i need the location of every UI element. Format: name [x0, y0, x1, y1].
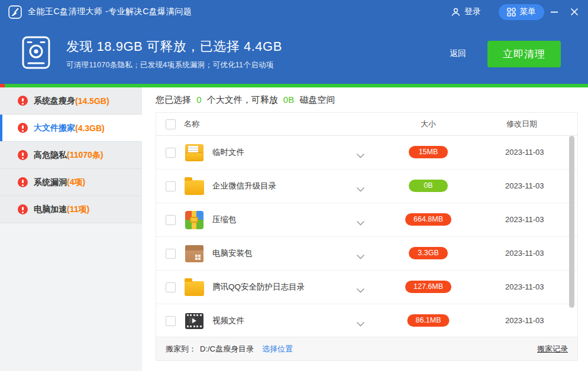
- column-header-size: 大小: [405, 113, 452, 135]
- folder-icon: [183, 277, 205, 297]
- row-name: 视频文件: [212, 304, 244, 337]
- size-badge: 0B: [409, 180, 448, 192]
- package-icon: [183, 243, 205, 263]
- table-row: 视频文件 86.1MB 2023-11-03: [156, 304, 577, 338]
- table-row: 腾讯QQ安全防护日志目录 127.6MB 2023-11-03: [156, 271, 577, 304]
- row-date: 2023-11-03: [505, 203, 544, 236]
- login-label: 登录: [464, 6, 481, 17]
- sidebar: 系统盘瘦身 (14.5GB) 大文件搬家 (4.3GB) 高危隐私 (11070…: [0, 87, 142, 371]
- sidebar-item-system-slim[interactable]: 系统盘瘦身 (14.5GB): [0, 87, 142, 115]
- selection-summary: 您已选择 0 个大文件，可释放 0B 磁盘空间: [156, 95, 335, 106]
- disk-icon: [21, 36, 51, 71]
- select-all-checkbox[interactable]: [166, 119, 176, 129]
- summary-prefix: 您已选择: [156, 95, 191, 105]
- move-to-label: 搬家到：: [166, 344, 196, 354]
- archive-icon: [183, 210, 205, 230]
- table-header-row: 名称 大小 修改日期: [156, 113, 577, 136]
- scan-result-text: 发现 18.9GB 可释放，已选择 4.4GB 可清理11070条隐私；已发现4…: [66, 38, 282, 70]
- temp-files-icon: [183, 142, 205, 162]
- scan-result-header: 发现 18.9GB 可释放，已选择 4.4GB 可清理11070条隐私；已发现4…: [0, 24, 588, 84]
- sidebar-item-vulnerability[interactable]: 系统漏洞 (4项): [0, 169, 142, 196]
- row-date: 2023-11-03: [505, 304, 544, 337]
- chevron-down-icon[interactable]: [356, 217, 365, 228]
- chevron-down-icon[interactable]: [356, 285, 365, 295]
- row-checkbox[interactable]: [166, 181, 176, 191]
- table-row: 电脑安装包 3.3GB 2023-11-03: [156, 237, 577, 271]
- sidebar-item-count: (4项): [67, 177, 85, 188]
- minimize-button[interactable]: [544, 0, 564, 24]
- title-bar: 全能王C盘清理大师 -专业解决C盘爆满问题 登录 菜单: [0, 0, 588, 24]
- sidebar-item-count: (11070条): [67, 150, 103, 161]
- row-name: 压缩包: [212, 203, 237, 236]
- sidebar-item-label: 系统盘瘦身: [34, 96, 75, 106]
- alert-icon: [18, 150, 28, 160]
- app-title: 全能王C盘清理大师 -专业解决C盘爆满问题: [28, 6, 192, 17]
- chevron-down-icon[interactable]: [356, 184, 365, 194]
- video-icon: [183, 311, 205, 331]
- table-footer: 搬家到： D:/C盘瘦身目录 选择位置 搬家记录: [156, 337, 577, 360]
- row-checkbox[interactable]: [166, 215, 176, 225]
- alert-icon: [18, 123, 28, 133]
- menu-label: 菜单: [519, 6, 536, 17]
- user-icon: [451, 7, 461, 17]
- move-history-link[interactable]: 搬家记录: [537, 344, 568, 354]
- sidebar-item-big-file-move[interactable]: 大文件搬家 (4.3GB): [0, 115, 142, 142]
- row-date: 2023-11-03: [505, 271, 544, 304]
- destination-path: D:/C盘瘦身目录: [200, 344, 254, 354]
- chevron-down-icon[interactable]: [356, 150, 365, 161]
- row-checkbox[interactable]: [166, 249, 176, 259]
- summary-suffix: 磁盘空间: [299, 95, 335, 105]
- clean-now-button[interactable]: 立即清理: [487, 41, 561, 67]
- chevron-down-icon[interactable]: [356, 251, 365, 262]
- row-date: 2023-11-03: [505, 237, 544, 270]
- row-name: 腾讯QQ安全防护日志目录: [212, 271, 305, 304]
- sidebar-item-privacy[interactable]: 高危隐私 (11070条): [0, 142, 142, 169]
- choose-location-link[interactable]: 选择位置: [262, 344, 293, 354]
- close-button[interactable]: [564, 0, 584, 24]
- alert-icon: [18, 204, 28, 214]
- table-row: 压缩包 664.8MB 2023-11-03: [156, 203, 577, 237]
- sidebar-item-count: (11项): [67, 204, 89, 215]
- size-badge: 664.8MB: [405, 213, 451, 226]
- table-scrollbar[interactable]: [569, 136, 574, 308]
- close-icon: [570, 8, 579, 16]
- scan-headline: 发现 18.9GB 可释放，已选择 4.4GB: [66, 38, 282, 56]
- alert-icon: [18, 177, 28, 187]
- row-date: 2023-11-03: [505, 170, 544, 203]
- menu-button[interactable]: 菜单: [499, 4, 544, 20]
- sidebar-item-label: 电脑加速: [34, 204, 67, 215]
- sidebar-item-count: (14.5GB): [75, 96, 109, 106]
- sidebar-item-label: 系统漏洞: [34, 177, 67, 188]
- table-row: 企业微信升级目录 0B 2023-11-03: [156, 170, 577, 203]
- main-panel: 您已选择 0 个大文件，可释放 0B 磁盘空间 名称 大小 修改日期 临时文件 …: [142, 87, 588, 371]
- sidebar-item-speedup[interactable]: 电脑加速 (11项): [0, 196, 142, 223]
- size-badge: 3.3GB: [409, 247, 448, 259]
- summary-count: 0: [196, 95, 201, 105]
- row-checkbox[interactable]: [166, 316, 176, 326]
- sidebar-item-label: 高危隐私: [34, 150, 67, 161]
- summary-middle: 个大文件，可释放: [207, 95, 278, 105]
- row-name: 电脑安装包: [212, 237, 253, 270]
- size-badge: 86.1MB: [407, 314, 449, 327]
- back-button[interactable]: 返回: [450, 48, 466, 59]
- big-files-table: 名称 大小 修改日期 临时文件 15MB 2023-11-03 企业微信升级目录…: [156, 112, 578, 361]
- minimize-icon: [550, 8, 558, 16]
- selected-indicator: [0, 115, 2, 141]
- login-button[interactable]: 登录: [451, 6, 481, 17]
- grid-menu-icon: [507, 8, 516, 17]
- row-checkbox[interactable]: [166, 148, 176, 158]
- row-checkbox[interactable]: [166, 282, 176, 292]
- row-name: 企业微信升级目录: [212, 170, 276, 203]
- sidebar-item-label: 大文件搬家: [34, 123, 75, 134]
- sidebar-item-count: (4.3GB): [75, 123, 105, 133]
- chevron-down-icon[interactable]: [356, 318, 365, 329]
- app-logo-icon: [8, 5, 22, 19]
- alert-icon: [18, 96, 28, 106]
- size-badge: 15MB: [409, 146, 448, 158]
- summary-size: 0B: [283, 95, 294, 105]
- scan-subline: 可清理11070条隐私；已发现4项系统漏洞；可优化11个启动项: [66, 60, 282, 70]
- column-header-date: 修改日期: [506, 113, 537, 135]
- folder-icon: [183, 176, 205, 196]
- column-header-name: 名称: [184, 113, 199, 135]
- size-badge: 127.6MB: [405, 281, 451, 293]
